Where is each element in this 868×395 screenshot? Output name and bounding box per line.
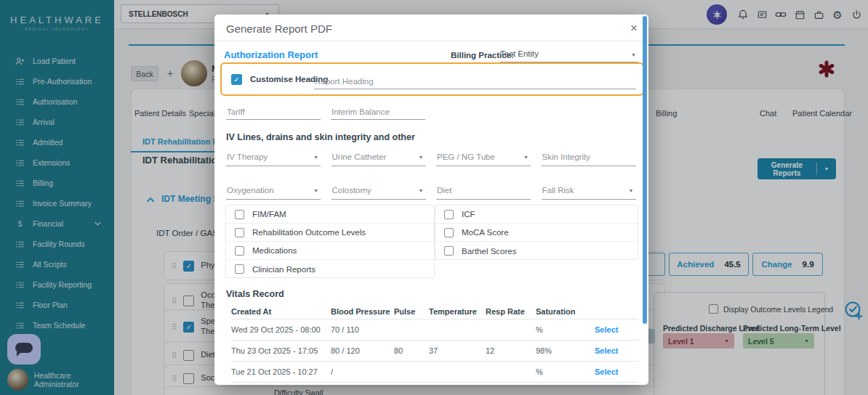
option-label: Rehabilitation Outcome Levels: [252, 228, 366, 237]
vitals-cell-created_at: Thu 23 Oct 2025 - 17:05: [231, 346, 331, 355]
vitals-column-header: Pulse: [394, 307, 429, 316]
vitals-cell-pulse: 80: [394, 346, 429, 355]
report-option-clinician-reports[interactable]: Clinician Reports: [226, 260, 434, 278]
vitals-cell-saturation: %: [536, 367, 595, 376]
vitals-column-header: Created At: [231, 307, 331, 316]
option-label: MoCA Score: [462, 228, 509, 237]
option-checkbox[interactable]: [444, 246, 454, 256]
vitals-cell-blood_pressure: /: [331, 367, 394, 376]
vitals-rows: Wed 29 Oct 2025 - 08:0070 / 110%SelectTh…: [231, 319, 638, 383]
select-row-link[interactable]: Select: [595, 367, 638, 376]
option-checkbox[interactable]: [235, 264, 244, 274]
vitals-cell-blood_pressure: 70 / 110: [331, 325, 394, 334]
chevron-down-icon: ▼: [631, 52, 636, 57]
modal-scrollbar[interactable]: [643, 16, 648, 324]
option-checkbox[interactable]: [235, 228, 244, 237]
billing-practice-value: Test Entity: [500, 49, 539, 58]
report-options-left: FIM/FAMRehabilitation Outcome LevelsMedi…: [225, 205, 435, 278]
vitals-cell-created_at: Tue 21 Oct 2025 - 10:27: [231, 367, 331, 376]
select-row-link[interactable]: Select: [595, 346, 638, 355]
report-option-fim-fam[interactable]: FIM/FAM: [226, 205, 434, 224]
option-label: ICF: [462, 210, 475, 219]
iv-fields-row2: Oxygenation▼Colostomy▼DietFall Risk▼: [226, 184, 636, 200]
vitals-column-header: Temperature: [429, 307, 486, 316]
tariff-row: [226, 105, 425, 120]
customise-heading-highlight: ✓ Customise Heading: [220, 62, 644, 96]
billing-practice-select[interactable]: Test Entity ▼: [500, 49, 638, 62]
field-label: Fall Risk: [542, 186, 574, 195]
modal-title: Generate Report PDF: [226, 23, 332, 35]
field-diet[interactable]: Diet: [436, 184, 531, 200]
generate-report-modal: Generate Report PDF × Authorization Repo…: [214, 15, 648, 385]
chevron-down-icon: ▼: [419, 188, 424, 193]
chevron-down-icon: ▼: [313, 188, 318, 193]
customise-heading-checkbox[interactable]: ✓: [231, 74, 242, 85]
field-label: Colostomy: [332, 186, 371, 195]
iv-section-title: IV Lines, drains and skin integrity and …: [226, 132, 415, 142]
report-option-moca-score[interactable]: MoCA Score: [435, 224, 638, 242]
tariff-input[interactable]: [226, 106, 321, 120]
option-checkbox[interactable]: [235, 246, 244, 256]
modal-divider: [214, 41, 648, 41]
vitals-row: Tue 21 Oct 2025 - 10:27/%Select: [231, 362, 638, 383]
field-peg-ng-tube[interactable]: PEG / NG Tube▼: [436, 151, 531, 166]
option-checkbox[interactable]: [444, 228, 454, 237]
option-label: Clinician Reports: [252, 265, 316, 274]
select-row-link[interactable]: Select: [595, 325, 638, 334]
vitals-row: Wed 29 Oct 2025 - 08:0070 / 110%Select: [231, 319, 638, 341]
field-label: Skin Integrity: [542, 152, 590, 161]
vitals-cell-resp_rate: 12: [486, 346, 536, 355]
vitals-cell-saturation: 98%: [536, 346, 595, 355]
option-label: Barthel Scores: [462, 247, 516, 256]
field-urine-catheter[interactable]: Urine Catheter▼: [331, 151, 426, 166]
field-label: Diet: [437, 186, 451, 195]
report-heading-input[interactable]: [314, 76, 636, 89]
report-option-icf[interactable]: ICF: [435, 205, 638, 224]
field-label: Urine Catheter: [332, 152, 387, 161]
close-icon[interactable]: ×: [630, 21, 638, 36]
app-screen: HEALTHWARE MEDICAL TECHNOLOGY Load Patie…: [0, 0, 868, 395]
vitals-cell-created_at: Wed 29 Oct 2025 - 08:00: [231, 325, 331, 334]
field-label: IV Therapy: [227, 152, 268, 161]
field-iv-therapy[interactable]: IV Therapy▼: [226, 151, 321, 166]
chevron-down-icon: ▼: [313, 155, 318, 160]
option-label: Medications: [252, 246, 297, 255]
option-label: FIM/FAM: [252, 210, 286, 219]
field-fall-risk[interactable]: Fall Risk▼: [542, 184, 636, 200]
report-option-medications[interactable]: Medications: [226, 242, 434, 260]
report-type-link[interactable]: Authorization Report: [224, 49, 318, 60]
field-colostomy[interactable]: Colostomy▼: [331, 184, 426, 200]
field-skin-integrity[interactable]: Skin Integrity: [542, 151, 636, 166]
report-option-rehabilitation-outcome-levels[interactable]: Rehabilitation Outcome Levels: [226, 224, 434, 242]
vitals-title: Vitals Record: [226, 289, 284, 299]
field-label: Oxygenation: [227, 186, 274, 195]
vitals-cell-blood_pressure: 80 / 120: [331, 346, 394, 355]
report-option-barthel-scores[interactable]: Barthel Scores: [435, 242, 638, 260]
vitals-row: Thu 23 Oct 2025 - 17:0580 / 12080371298%…: [231, 341, 638, 362]
vitals-cell-saturation: %: [536, 325, 595, 334]
vitals-column-header: Resp Rate: [486, 307, 536, 316]
iv-fields-row1: IV Therapy▼Urine Catheter▼PEG / NG Tube▼…: [226, 151, 636, 166]
report-options-right: ICFMoCA ScoreBarthel Scores: [435, 205, 638, 260]
vitals-column-header: Saturation: [536, 307, 595, 316]
interim-balance-input[interactable]: [331, 106, 425, 120]
vitals-column-header: Blood Pressure: [331, 307, 394, 316]
vitals-cell-temperature: 37: [429, 346, 486, 355]
chevron-down-icon: ▼: [419, 155, 424, 160]
option-checkbox[interactable]: [235, 210, 244, 219]
option-checkbox[interactable]: [444, 210, 454, 219]
field-label: PEG / NG Tube: [437, 152, 495, 161]
field-oxygenation[interactable]: Oxygenation▼: [226, 184, 321, 200]
chevron-down-icon: ▼: [523, 155, 529, 160]
chevron-down-icon: ▼: [629, 188, 634, 193]
vitals-header: Created AtBlood PressurePulseTemperature…: [231, 304, 638, 319]
